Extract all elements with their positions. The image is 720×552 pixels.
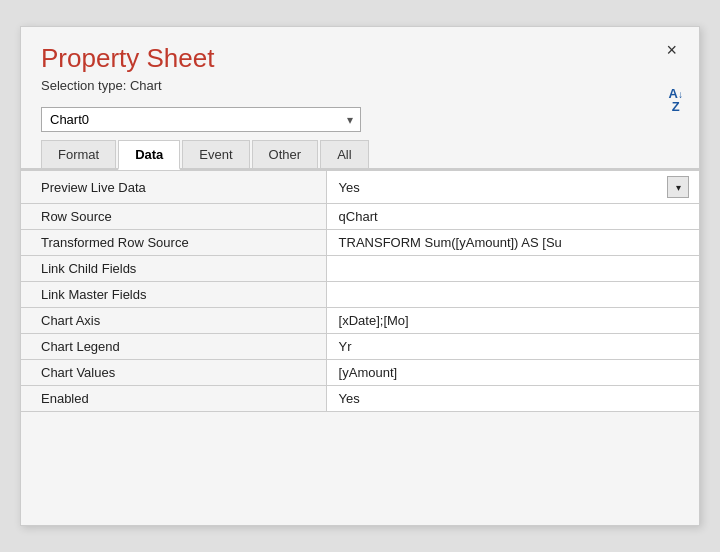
table-row: Chart Values[yAmount] — [21, 360, 699, 386]
tab-event[interactable]: Event — [182, 140, 249, 170]
property-value — [326, 256, 699, 282]
panel-title: Property Sheet — [41, 43, 679, 74]
property-value: [xDate];[Mo] — [326, 308, 699, 334]
tab-format-label: Format — [58, 147, 99, 162]
cell-dropdown-button[interactable]: ▾ — [667, 176, 689, 198]
tab-other-label: Other — [269, 147, 302, 162]
table-row: Chart LegendYr — [21, 334, 699, 360]
property-label: Preview Live Data — [21, 171, 326, 204]
property-label: Transformed Row Source — [21, 230, 326, 256]
table-row: Preview Live Data Yes ▾ — [21, 171, 699, 204]
property-label: Row Source — [21, 204, 326, 230]
property-value: [yAmount] — [326, 360, 699, 386]
table-row: Transformed Row SourceTRANSFORM Sum([yAm… — [21, 230, 699, 256]
tab-data-label: Data — [135, 147, 163, 162]
chart-dropdown-wrapper: Chart0 — [41, 107, 361, 132]
property-label: Enabled — [21, 386, 326, 412]
properties-table-container: Preview Live Data Yes ▾ Row SourceqChart… — [21, 170, 699, 412]
chart-dropdown[interactable]: Chart0 — [41, 107, 361, 132]
property-label: Link Master Fields — [21, 282, 326, 308]
property-value: TRANSFORM Sum([yAmount]) AS [Su — [326, 230, 699, 256]
selection-type-label: Selection type: — [41, 78, 126, 93]
tabs-bar: Format Data Event Other All — [21, 140, 699, 170]
property-value[interactable]: Yes ▾ — [326, 171, 699, 204]
property-value — [326, 282, 699, 308]
table-row: Row SourceqChart — [21, 204, 699, 230]
table-row: Chart Axis[xDate];[Mo] — [21, 308, 699, 334]
selection-type-value: Chart — [130, 78, 162, 93]
tab-event-label: Event — [199, 147, 232, 162]
sort-az-button[interactable]: A↓Z — [669, 87, 683, 114]
table-row: EnabledYes — [21, 386, 699, 412]
property-value: qChart — [326, 204, 699, 230]
table-row: Link Child Fields — [21, 256, 699, 282]
tab-all[interactable]: All — [320, 140, 368, 170]
property-label: Link Child Fields — [21, 256, 326, 282]
property-value: Yr — [326, 334, 699, 360]
cell-value-text: Yes — [339, 180, 360, 195]
property-label: Chart Axis — [21, 308, 326, 334]
property-label: Chart Values — [21, 360, 326, 386]
chart-selector-row: Chart0 — [21, 99, 699, 140]
properties-table: Preview Live Data Yes ▾ Row SourceqChart… — [21, 171, 699, 412]
panel-header: Property Sheet Selection type: Chart × A… — [21, 27, 699, 99]
tab-format[interactable]: Format — [41, 140, 116, 170]
sort-az-icon: A↓Z — [669, 87, 683, 113]
property-label: Chart Legend — [21, 334, 326, 360]
property-sheet-panel: Property Sheet Selection type: Chart × A… — [20, 26, 700, 526]
property-value: Yes — [326, 386, 699, 412]
close-button[interactable]: × — [660, 39, 683, 61]
tab-data[interactable]: Data — [118, 140, 180, 170]
tab-other[interactable]: Other — [252, 140, 319, 170]
tab-all-label: All — [337, 147, 351, 162]
table-row: Link Master Fields — [21, 282, 699, 308]
selection-type: Selection type: Chart — [41, 78, 679, 93]
